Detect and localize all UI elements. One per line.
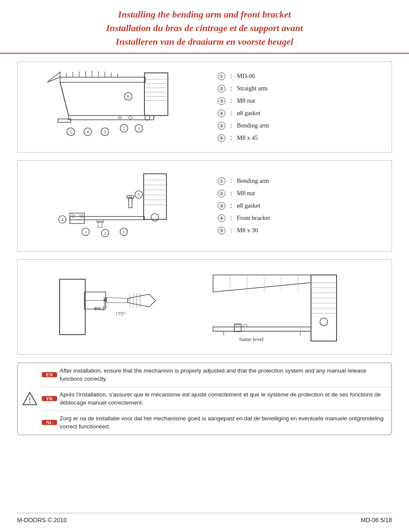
warning-text-fr: Après l'installation, s'assurer que le m… xyxy=(60,387,391,411)
svg-text:6: 6 xyxy=(127,94,130,99)
svg-text:3: 3 xyxy=(85,229,87,234)
diagram1-box: 6 1 2 3 4 xyxy=(17,61,392,153)
svg-point-93 xyxy=(236,324,240,327)
diagram2-svg: 5 4 3 2 1 xyxy=(35,168,196,244)
header-title: Installing the bending arm and front bra… xyxy=(26,8,383,49)
svg-text:3: 3 xyxy=(104,130,106,134)
warning-text-nl: Zorg er na de installatie voor dat het m… xyxy=(60,411,391,434)
lang-badge-nl: NL xyxy=(42,420,57,425)
legend1-item4: ④ ： ø8 gasket xyxy=(218,107,383,119)
diagram2-legend: ① ： Bending arm ② ： M8 nut ③ ： ø8 gasket… xyxy=(205,175,383,237)
svg-text:!: ! xyxy=(29,396,31,405)
diagram1-svg: 6 1 2 3 4 xyxy=(35,69,196,145)
main-content: 6 1 2 3 4 xyxy=(0,54,409,445)
warning-box: ! EN After installation, ensure that the… xyxy=(17,362,392,435)
svg-marker-66 xyxy=(103,298,107,303)
legend2-item3: ③ ： ø8 gasket xyxy=(218,200,383,212)
svg-text:Φ8.2: Φ8.2 xyxy=(94,305,105,312)
svg-point-34 xyxy=(118,116,121,119)
legend1-item1: ① ： MD-06 xyxy=(218,70,383,82)
svg-point-42 xyxy=(151,214,159,221)
svg-text:5: 5 xyxy=(138,192,140,197)
diagram1-legend: ① ： MD-06 ② ： Straight arm ③ ： M8 nut ④ … xyxy=(205,70,383,144)
svg-marker-10 xyxy=(47,72,60,82)
svg-text:Same level: Same level xyxy=(239,336,264,342)
lang-badge-en: EN xyxy=(42,372,57,377)
legend2-item5: ⑤ ： M8 x 30 xyxy=(218,224,383,237)
legend1-item6: ⑥ ： M8 x 45 xyxy=(218,132,383,144)
svg-rect-47 xyxy=(129,197,132,208)
svg-rect-20 xyxy=(69,116,154,120)
svg-marker-64 xyxy=(128,294,156,307)
footer-left: M-DOORS © 2010 xyxy=(17,517,67,523)
svg-rect-61 xyxy=(60,279,85,335)
svg-text:1: 1 xyxy=(138,126,140,131)
diagram2-illustration: 5 4 3 2 1 xyxy=(26,168,205,244)
legend2-item4: ④ ： Front bracket xyxy=(218,212,383,224)
svg-point-94 xyxy=(243,324,247,327)
svg-rect-48 xyxy=(127,196,134,198)
legend2-item1: ① ： Bending arm xyxy=(218,175,383,187)
svg-point-33 xyxy=(128,116,132,119)
svg-text:2: 2 xyxy=(123,126,125,131)
diagram3-box: Φ8.2 ↑75° xyxy=(17,259,392,355)
legend1-item5: ⑤ ： Bending arm xyxy=(218,119,383,132)
svg-rect-91 xyxy=(213,327,311,331)
svg-marker-65 xyxy=(107,298,128,303)
svg-text:5: 5 xyxy=(70,130,72,134)
svg-text:4: 4 xyxy=(61,217,63,222)
svg-marker-85 xyxy=(213,275,311,292)
diagram2-box: 5 4 3 2 1 ① ： xyxy=(17,160,392,252)
svg-text:4: 4 xyxy=(87,130,89,134)
svg-point-46 xyxy=(80,215,83,217)
warning-row-en: EN After installation, ensure that the m… xyxy=(42,363,391,387)
svg-text:↑75°: ↑75° xyxy=(115,310,126,317)
lang-badge-fr: FR xyxy=(42,396,57,401)
warning-text-container: EN After installation, ensure that the m… xyxy=(42,363,391,434)
warning-row-nl: NL Zorg er na de installatie voor dat he… xyxy=(42,411,391,434)
svg-rect-0 xyxy=(60,77,145,82)
warning-text-en: After installation, ensure that the mech… xyxy=(60,363,391,387)
footer-right: MD-06 5/18 xyxy=(361,517,392,523)
svg-text:2: 2 xyxy=(104,231,106,235)
svg-rect-92 xyxy=(234,324,241,332)
svg-point-84 xyxy=(320,318,328,326)
warning-row-fr: FR Après l'installation, s'assurer que l… xyxy=(42,387,391,411)
header: Installing the bending arm and front bra… xyxy=(0,0,409,54)
legend1-item3: ③ ： M8 nut xyxy=(218,95,383,107)
svg-rect-60 xyxy=(97,220,104,222)
diagram3-svg: Φ8.2 ↑75° xyxy=(55,266,354,347)
svg-rect-43 xyxy=(70,216,144,220)
svg-rect-35 xyxy=(144,173,167,219)
svg-text:1: 1 xyxy=(123,229,125,234)
footer: M-DOORS © 2010 MD-06 5/18 xyxy=(17,513,392,523)
diagram1-illustration: 6 1 2 3 4 xyxy=(26,69,205,145)
warning-triangle-icon: ! xyxy=(22,391,37,406)
legend2-item2: ② ： M8 nut xyxy=(218,187,383,200)
legend1-item2: ② ： Straight arm xyxy=(218,82,383,95)
warning-icon-column: ! xyxy=(18,363,42,434)
svg-point-45 xyxy=(72,215,75,217)
